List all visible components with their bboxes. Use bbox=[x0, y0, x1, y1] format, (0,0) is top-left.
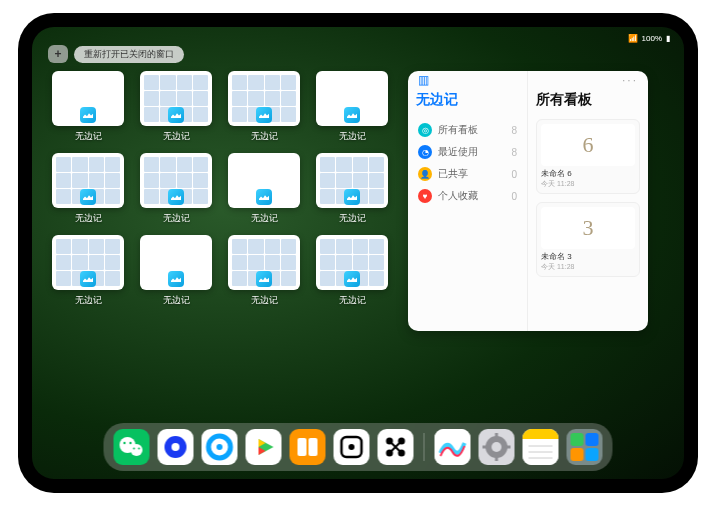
svg-point-16 bbox=[349, 444, 355, 450]
panel-categories: 无边记 ◎所有看板8◔最近使用8👤已共享0♥个人收藏0 bbox=[408, 71, 528, 331]
dock-app-notes[interactable] bbox=[523, 429, 559, 465]
svg-point-25 bbox=[492, 442, 502, 452]
ipad-frame: 📶 100% ▮ + 重新打开已关闭的窗口 无边记无边记无边记无边记无边记无边记… bbox=[18, 13, 698, 493]
window-thumbnail[interactable]: 无边记 bbox=[140, 153, 212, 227]
window-thumbnail[interactable]: 无边记 bbox=[140, 71, 212, 145]
dock-app-library[interactable] bbox=[567, 429, 603, 465]
app-side-panel: ▥ ··· 无边记 ◎所有看板8◔最近使用8👤已共享0♥个人收藏0 所有看板 6… bbox=[408, 71, 648, 331]
category-row[interactable]: 👤已共享0 bbox=[416, 163, 519, 185]
clock-icon: ◔ bbox=[418, 145, 432, 159]
window-thumbnail[interactable]: 无边记 bbox=[52, 235, 124, 309]
board-card[interactable]: 6未命名 6今天 11:28 bbox=[536, 119, 640, 194]
panel-section-title: 所有看板 bbox=[536, 91, 640, 109]
svg-rect-14 bbox=[309, 438, 318, 456]
board-name: 未命名 3 bbox=[541, 251, 635, 262]
category-row[interactable]: ♥个人收藏0 bbox=[416, 185, 519, 207]
dock-app-browser1[interactable] bbox=[158, 429, 194, 465]
freeform-app-icon bbox=[168, 271, 184, 287]
window-thumbnails-grid: 无边记无边记无边记无边记无边记无边记无边记无边记无边记无边记无边记无边记 bbox=[52, 71, 388, 419]
freeform-app-icon bbox=[344, 107, 360, 123]
dock-app-settings[interactable] bbox=[479, 429, 515, 465]
svg-rect-30 bbox=[523, 429, 559, 439]
freeform-app-icon bbox=[256, 107, 272, 123]
panel-boards: 所有看板 6未命名 6今天 11:283未命名 3今天 11:28 bbox=[528, 71, 648, 331]
dock-app-wechat[interactable] bbox=[114, 429, 150, 465]
workspace: 无边记无边记无边记无边记无边记无边记无边记无边记无边记无边记无边记无边记 ▥ ·… bbox=[52, 71, 664, 419]
svg-point-2 bbox=[123, 442, 125, 444]
freeform-app-icon bbox=[80, 189, 96, 205]
battery-text: 100% bbox=[642, 34, 662, 43]
window-thumbnail[interactable]: 无边记 bbox=[228, 235, 300, 309]
window-thumbnail[interactable]: 无边记 bbox=[52, 153, 124, 227]
dock-app-freeform[interactable] bbox=[435, 429, 471, 465]
reopen-closed-window-button[interactable]: 重新打开已关闭的窗口 bbox=[74, 46, 184, 63]
thumbnail-label: 无边记 bbox=[339, 294, 366, 307]
category-count: 0 bbox=[511, 191, 517, 202]
freeform-app-icon bbox=[256, 189, 272, 205]
more-options-icon[interactable]: ··· bbox=[622, 73, 638, 87]
svg-point-4 bbox=[133, 448, 135, 450]
board-card[interactable]: 3未命名 3今天 11:28 bbox=[536, 202, 640, 277]
thumbnail-label: 无边记 bbox=[75, 130, 102, 143]
dock-app-browser2[interactable] bbox=[202, 429, 238, 465]
thumbnail-label: 无边记 bbox=[339, 212, 366, 225]
heart-icon: ♥ bbox=[418, 189, 432, 203]
dock-app-nodes[interactable] bbox=[378, 429, 414, 465]
freeform-app-icon bbox=[80, 271, 96, 287]
new-window-button[interactable]: + bbox=[48, 45, 68, 63]
board-date: 今天 11:28 bbox=[541, 262, 635, 272]
sidebar-toggle-icon[interactable]: ▥ bbox=[418, 73, 429, 87]
category-row[interactable]: ◔最近使用8 bbox=[416, 141, 519, 163]
dock-app-dice[interactable] bbox=[334, 429, 370, 465]
freeform-app-icon bbox=[168, 107, 184, 123]
category-label: 已共享 bbox=[438, 167, 468, 181]
window-thumbnail[interactable]: 无边记 bbox=[316, 71, 388, 145]
freeform-app-icon bbox=[256, 271, 272, 287]
svg-point-3 bbox=[129, 442, 131, 444]
dock-app-books[interactable] bbox=[290, 429, 326, 465]
thumbnail-label: 无边记 bbox=[163, 294, 190, 307]
dock-separator bbox=[424, 433, 425, 461]
window-thumbnail[interactable]: 无边记 bbox=[228, 153, 300, 227]
thumbnail-label: 无边记 bbox=[75, 294, 102, 307]
top-controls: + 重新打开已关闭的窗口 bbox=[48, 45, 184, 63]
board-date: 今天 11:28 bbox=[541, 179, 635, 189]
thumbnail-label: 无边记 bbox=[251, 212, 278, 225]
share-icon: 👤 bbox=[418, 167, 432, 181]
window-thumbnail[interactable]: 无边记 bbox=[228, 71, 300, 145]
thumbnail-label: 无边记 bbox=[163, 130, 190, 143]
thumbnail-label: 无边记 bbox=[163, 212, 190, 225]
status-bar: 📶 100% ▮ bbox=[32, 31, 684, 45]
freeform-app-icon bbox=[344, 189, 360, 205]
svg-point-7 bbox=[172, 443, 180, 451]
window-thumbnail[interactable]: 无边记 bbox=[140, 235, 212, 309]
dock bbox=[104, 423, 613, 471]
window-thumbnail[interactable]: 无边记 bbox=[316, 153, 388, 227]
thumbnail-label: 无边记 bbox=[251, 294, 278, 307]
svg-point-1 bbox=[131, 444, 143, 456]
board-name: 未命名 6 bbox=[541, 168, 635, 179]
window-thumbnail[interactable]: 无边记 bbox=[316, 235, 388, 309]
board-preview: 3 bbox=[541, 207, 635, 249]
svg-point-9 bbox=[217, 444, 223, 450]
svg-point-5 bbox=[138, 448, 140, 450]
screen: 📶 100% ▮ + 重新打开已关闭的窗口 无边记无边记无边记无边记无边记无边记… bbox=[32, 27, 684, 479]
svg-rect-13 bbox=[298, 438, 307, 456]
freeform-app-icon bbox=[80, 107, 96, 123]
battery-icon: ▮ bbox=[666, 34, 670, 43]
dock-app-play[interactable] bbox=[246, 429, 282, 465]
panel-app-title: 无边记 bbox=[416, 91, 519, 109]
board-preview: 6 bbox=[541, 124, 635, 166]
window-thumbnail[interactable]: 无边记 bbox=[52, 71, 124, 145]
thumbnail-label: 无边记 bbox=[339, 130, 366, 143]
category-label: 最近使用 bbox=[438, 145, 478, 159]
thumbnail-label: 无边记 bbox=[251, 130, 278, 143]
category-row[interactable]: ◎所有看板8 bbox=[416, 119, 519, 141]
category-count: 8 bbox=[511, 125, 517, 136]
category-label: 所有看板 bbox=[438, 123, 478, 137]
category-label: 个人收藏 bbox=[438, 189, 478, 203]
thumbnail-label: 无边记 bbox=[75, 212, 102, 225]
category-count: 8 bbox=[511, 147, 517, 158]
category-count: 0 bbox=[511, 169, 517, 180]
freeform-app-icon bbox=[344, 271, 360, 287]
